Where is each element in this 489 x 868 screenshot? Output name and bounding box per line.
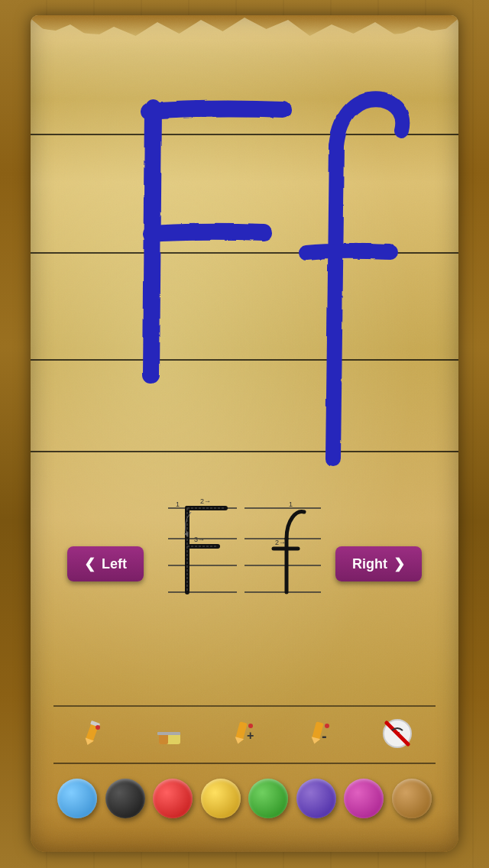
color-palette	[53, 776, 436, 821]
color-button-pink[interactable]	[344, 779, 384, 818]
pencil-icon	[73, 715, 110, 752]
color-divider	[53, 763, 436, 764]
clear-icon	[379, 715, 416, 752]
svg-point-30	[248, 724, 253, 728]
left-nav-button[interactable]: ❮ Left	[67, 546, 144, 581]
color-button-blue[interactable]	[57, 779, 97, 818]
right-nav-button[interactable]: Right ❯	[335, 546, 422, 581]
pencil-plus-tool[interactable]: +	[222, 711, 267, 756]
svg-text:2→: 2→	[200, 497, 211, 505]
pencil-plus-icon: +	[226, 715, 263, 752]
color-button-green[interactable]	[248, 779, 288, 818]
right-chevron-icon: ❯	[393, 555, 405, 572]
svg-rect-27	[157, 732, 180, 735]
svg-text:1: 1	[176, 500, 180, 508]
svg-text:1: 1	[289, 500, 293, 508]
right-nav-label: Right	[352, 556, 387, 572]
svg-text:+: +	[247, 729, 254, 742]
eraser-icon	[150, 715, 186, 752]
color-button-orange[interactable]	[392, 779, 432, 818]
pencil-minus-icon: -	[303, 715, 339, 752]
parchment-scroll: 1 2→ 3→ 1 2→	[31, 15, 458, 852]
toolbar: + -	[53, 707, 436, 760]
color-button-red[interactable]	[153, 779, 193, 818]
left-nav-label: Left	[102, 556, 127, 572]
left-chevron-icon: ❮	[84, 555, 96, 572]
eraser-tool[interactable]	[146, 711, 190, 756]
letter-display[interactable]	[53, 69, 436, 466]
color-button-yellow[interactable]	[201, 779, 241, 818]
clear-tool[interactable]	[375, 711, 419, 756]
color-button-black[interactable]	[105, 779, 145, 818]
svg-text:2→: 2→	[275, 539, 286, 546]
svg-text:-: -	[322, 727, 327, 744]
svg-rect-26	[159, 734, 168, 744]
svg-point-24	[96, 725, 100, 730]
pencil-tool[interactable]	[70, 711, 114, 756]
svg-text:3→: 3→	[194, 536, 205, 543]
pencil-minus-tool[interactable]: -	[299, 711, 343, 756]
color-button-purple[interactable]	[296, 779, 336, 818]
